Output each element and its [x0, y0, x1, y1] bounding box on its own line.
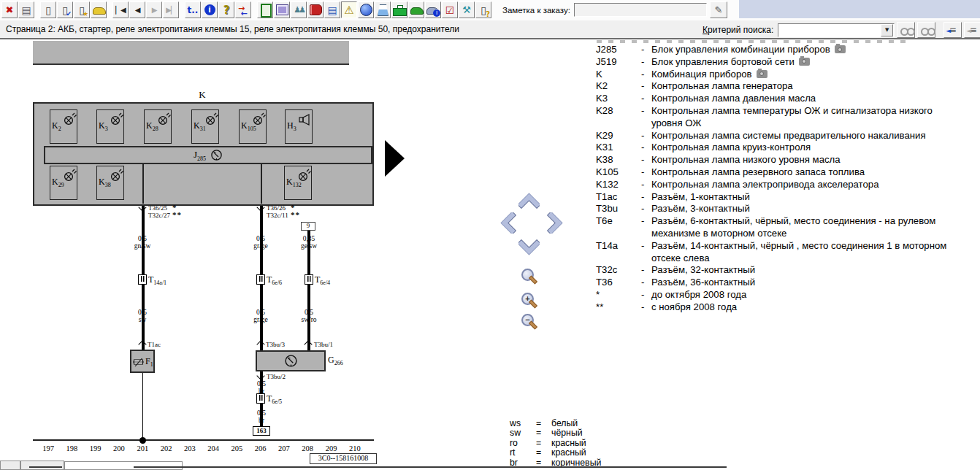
pan-left-icon[interactable] — [502, 212, 524, 234]
indicator-lamp-icon — [110, 166, 126, 182]
legend-row: K31 - Контрольная лампа круиз-контроля — [596, 142, 980, 154]
component-grid-icon[interactable] — [274, 1, 290, 18]
cancel-document-icon[interactable]: ✖ — [1, 1, 18, 18]
legend-dash: - — [641, 301, 651, 314]
swap-icon[interactable]: →← — [235, 1, 251, 18]
pan-right-icon[interactable] — [540, 212, 562, 234]
legend-dash: - — [641, 105, 651, 130]
wiring-diagram-icon[interactable] — [257, 1, 273, 18]
jump-icon[interactable]: t.. — [185, 1, 201, 18]
last-page-icon[interactable]: ▶▏ — [163, 1, 179, 18]
info-icon[interactable]: i — [202, 1, 218, 18]
toolbar-separator — [35, 1, 40, 18]
legend-dash: - — [641, 166, 651, 179]
junction-dot — [139, 437, 146, 444]
warning-icon[interactable]: ⚠ — [341, 1, 357, 18]
legend-description: Контрольная лампа низкого уровня масла — [651, 154, 841, 166]
legend-dash: - — [641, 203, 651, 215]
zoom-out-icon[interactable]: − — [521, 314, 534, 326]
tools-icon[interactable]: ⚒ — [459, 1, 475, 18]
document-help-icon[interactable]: ▯? — [475, 1, 491, 18]
connector-label: T6e/6 — [267, 274, 282, 286]
track-number: 203 — [178, 444, 202, 452]
checklist-icon[interactable]: ☑ — [442, 1, 458, 18]
search-previous-icon[interactable] — [917, 22, 935, 38]
legend-code: T3bu — [596, 203, 641, 215]
legend-dash: - — [641, 93, 651, 105]
globe-icon[interactable] — [358, 1, 374, 18]
legend-row: J519 - Блок управления бортовой сети — [596, 56, 980, 69]
vehicle-icon[interactable] — [91, 1, 107, 18]
document-new-icon[interactable]: ▯★ — [74, 1, 90, 18]
code-list-icon[interactable]: ▤ — [324, 1, 340, 18]
legend-row: T14a - Разъём, 14-контактный, чёрный , м… — [596, 240, 980, 265]
legend-description: Разъём, 1-контактный — [651, 191, 750, 204]
camera-icon[interactable] — [835, 45, 846, 53]
track-number: 209 — [319, 444, 342, 452]
connector-label: T6e/5 — [267, 393, 282, 405]
legend-row: K28 - Контрольная лампа температуры ОЖ и… — [596, 105, 980, 130]
legend-code: * — [596, 289, 641, 301]
legend-code: T14a — [596, 240, 641, 265]
legend-row: T3bu - Разъём, 3-контактный — [596, 203, 980, 215]
vehicle-info-icon[interactable]: i — [425, 1, 441, 18]
zoom-in-icon[interactable]: + — [521, 293, 534, 305]
toolbox-icon[interactable] — [391, 1, 407, 18]
wire-color-key: ws = белый sw = чёрный ro = красный — [510, 419, 601, 468]
zoom-tool-icon[interactable] — [521, 269, 534, 281]
search-next-icon[interactable] — [897, 22, 915, 38]
document-check-icon[interactable]: ▯✔ — [57, 1, 73, 18]
copy-to-list-icon[interactable]: ≡◄ — [943, 22, 962, 38]
pan-down-icon[interactable] — [518, 233, 540, 255]
legend-code: K — [596, 69, 641, 81]
clipped-text-row — [597, 40, 911, 43]
legend-row: K132 - Контрольная лампа электропривода … — [596, 179, 980, 191]
order-note-area: Заметка к заказу: ✎ — [502, 1, 728, 18]
new-document-icon[interactable]: ▯ — [40, 1, 56, 18]
legend-dash: - — [641, 289, 651, 301]
search-criteria-select[interactable]: ▼ — [778, 23, 895, 37]
track-number: 205 — [225, 444, 248, 452]
legend-code: ** — [596, 301, 641, 314]
connector-label: T14a/1 — [148, 274, 166, 286]
pin-label: T32c/27 — [148, 212, 170, 219]
combo-dropdown-icon[interactable]: ▼ — [881, 24, 893, 36]
legend-description: Контрольная лампа резервного запаса топл… — [651, 166, 865, 179]
legend-row: * - до октября 2008 года — [596, 289, 980, 301]
gauge-icon — [284, 354, 298, 368]
wire-continuation-ref: 9 — [301, 222, 315, 231]
vehicle-green-icon[interactable] — [408, 1, 424, 18]
legend-dash: - — [641, 130, 651, 142]
camera-icon[interactable] — [799, 58, 810, 66]
edit-note-icon[interactable]: ✎ — [710, 1, 727, 18]
contacts-icon[interactable]: ♟♟ — [291, 1, 307, 18]
legend-row: K - Комбинация приборов — [596, 69, 980, 81]
first-page-icon[interactable]: ▏◀ — [112, 1, 129, 18]
track-number: 198 — [60, 444, 83, 452]
legend-code: K105 — [596, 166, 641, 179]
order-note-input[interactable] — [574, 3, 707, 17]
legend-dash: - — [641, 179, 651, 191]
legend-description: Разъём, 14-контактный, чёрный , место со… — [651, 240, 962, 265]
copy-all-to-list-icon[interactable]: ≡◄ — [964, 22, 980, 38]
manual-book-icon[interactable] — [307, 1, 324, 18]
help-icon[interactable]: ? — [218, 1, 234, 18]
legend-code: K2 — [596, 80, 641, 93]
legend-row: T1ac - Разъём, 1-контактный — [596, 191, 980, 204]
next-page-arrow[interactable] — [385, 140, 405, 177]
wire-gauge-label: 0,5br — [245, 409, 277, 424]
track-number: 202 — [154, 444, 177, 452]
camera-icon[interactable] — [757, 70, 767, 78]
legend-row: T6e - Разъём, 6-контактный, чёрный, мест… — [596, 215, 980, 240]
connector-icon — [138, 274, 147, 285]
next-page-icon[interactable]: ▶ — [146, 1, 162, 18]
pan-up-icon[interactable] — [518, 194, 540, 216]
diagram-canvas: K J285 K2 — [0, 39, 980, 470]
measure-icon[interactable] — [375, 1, 391, 18]
print-icon[interactable]: ▤ — [18, 1, 34, 18]
page-title: Страница 2: АКБ, стартер, реле электропи… — [6, 24, 459, 34]
legend-code: T1ac — [596, 191, 641, 204]
legend-code: K29 — [596, 130, 641, 142]
previous-page-icon[interactable]: ◀ — [129, 1, 145, 18]
legend-dash: - — [641, 44, 651, 56]
